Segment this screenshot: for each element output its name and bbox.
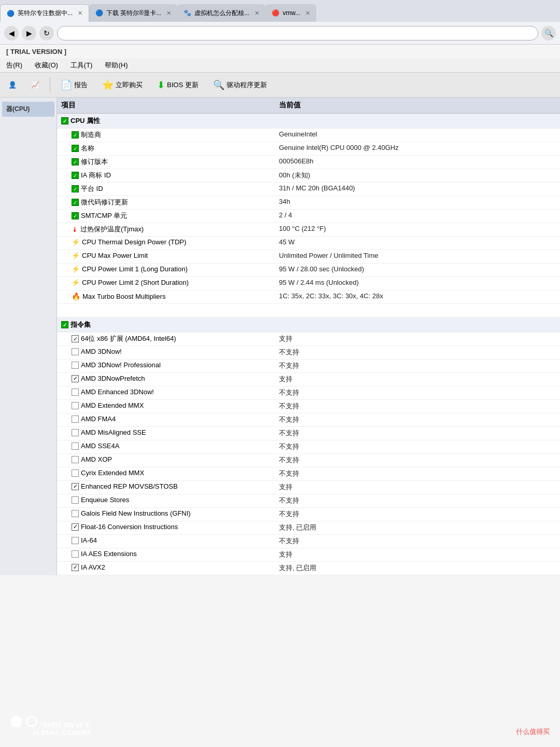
enqueue-val: 不支持 xyxy=(279,496,556,505)
max-power-label: CPU Max Power Limit xyxy=(82,252,148,259)
enqueue-label: Enqueue Stores xyxy=(81,496,129,504)
bios-button[interactable]: ⬇ BIOS 更新 xyxy=(153,77,203,93)
sidebar-item-cpu[interactable]: 器(CPU) xyxy=(2,102,54,117)
row-turbo: 🔥 Max Turbo Boost Multipliers 1C: 35x, 2… xyxy=(57,290,560,304)
row-enqueue: Enqueue Stores 不支持 xyxy=(57,494,560,508)
float16-val: 支持, 已启用 xyxy=(279,523,556,532)
power-limit2-label: CPU Power Limit 2 (Short Duration) xyxy=(82,279,189,286)
shot-watermark: SHOT ON MI 8 AI DUAL CAMERA xyxy=(10,716,91,737)
forward-button[interactable]: ▶ xyxy=(22,26,36,40)
buy-button[interactable]: ⭐ 立即购买 xyxy=(98,77,147,93)
max-power-prop: ⚡ CPU Max Power Limit xyxy=(61,252,279,259)
power-limit1-prop: ⚡ CPU Power Limit 1 (Long Duration) xyxy=(61,265,279,273)
power-limit1-val: 95 W / 28.00 sec (Unlocked) xyxy=(279,265,556,273)
microcode-val: 34h xyxy=(279,198,556,205)
search-button[interactable]: 🔍 xyxy=(541,26,556,40)
float16-prop: ✓ Float-16 Conversion Instructions xyxy=(61,523,279,531)
misaligned-sse-checkbox xyxy=(72,429,79,436)
menu-tools[interactable]: 工具(T) xyxy=(68,60,95,71)
cpu-section-checkbox: ✓ xyxy=(61,117,68,125)
ia64-val: 不支持 xyxy=(279,536,556,546)
gfni-prop: Galois Field New Instructions (GFNI) xyxy=(61,509,279,517)
smt-checkbox: ✓ xyxy=(72,212,79,219)
section-instruction-set: ✓ 指令集 xyxy=(57,317,560,333)
row-name: ✓ 名称 Genuine Intel(R) CPU 0000 @ 2.40GHz xyxy=(57,142,560,156)
tab-icon-2: 🔵 xyxy=(95,9,103,17)
menu-bar: 告(R) 收藏(O) 工具(T) 帮助(H) xyxy=(0,59,560,73)
turbo-val: 1C: 35x, 2C: 33x, 3C: 30x, 4C: 28x xyxy=(279,292,556,300)
xop-val: 不支持 xyxy=(279,455,556,465)
row-platform-id: ✓ 平台 ID 31h / MC 20h (BGA1440) xyxy=(57,183,560,196)
tab-2[interactable]: 🔵 下载 英特尔®显卡... ✕ xyxy=(89,4,177,22)
manufacturer-checkbox: ✓ xyxy=(72,131,79,139)
bios-label: BIOS 更新 xyxy=(167,80,199,90)
user-icon: 👤 xyxy=(8,81,17,89)
tab-label-4: vmw... xyxy=(283,9,300,17)
menu-favorites[interactable]: 收藏(O) xyxy=(33,60,60,71)
manufacturer-prop: ✓ 制造商 xyxy=(61,130,279,140)
cyrix-mmx-checkbox xyxy=(72,469,79,477)
menu-report[interactable]: 告(R) xyxy=(4,60,24,71)
chart-icon-button[interactable]: 📈 xyxy=(27,79,44,91)
menu-help[interactable]: 帮助(H) xyxy=(103,60,130,71)
tab-close-4[interactable]: ✕ xyxy=(305,10,310,17)
back-button[interactable]: ◀ xyxy=(4,26,19,40)
row-ia-brand: ✓ IA 商标 ID 00h (未知) xyxy=(57,169,560,183)
driver-button[interactable]: 🔍 驱动程序更新 xyxy=(209,77,271,93)
shot-circle-filled xyxy=(10,716,22,727)
sidebar: 器(CPU) xyxy=(0,98,57,575)
misaligned-sse-prop: AMD MisAligned SSE xyxy=(61,428,279,436)
trial-text: [ TRIAL VERSION ] xyxy=(6,48,66,56)
address-input[interactable] xyxy=(57,26,538,40)
row-3dnow-pro: AMD 3DNow! Professional 不支持 xyxy=(57,359,560,373)
enqueue-prop: Enqueue Stores xyxy=(61,496,279,504)
trial-banner: [ TRIAL VERSION ] xyxy=(0,45,560,59)
microcode-checkbox: ✓ xyxy=(72,199,79,206)
enhanced-3dnow-prop: AMD Enhanced 3DNow! xyxy=(61,388,279,396)
row-manufacturer: ✓ 制造商 GenuineIntel xyxy=(57,129,560,142)
report-label: 报告 xyxy=(74,80,88,90)
manufacturer-label: 制造商 xyxy=(81,130,101,140)
row-microcode: ✓ 微代码修订更新 34h xyxy=(57,196,560,210)
microcode-prop: ✓ 微代码修订更新 xyxy=(61,198,279,207)
tab-3[interactable]: 🐾 虚拟机怎么分配核... ✕ xyxy=(177,4,265,22)
fma4-prop: AMD FMA4 xyxy=(61,415,279,423)
instruction-set-checkbox: ✓ xyxy=(61,321,68,328)
tdp-val: 45 W xyxy=(279,238,556,246)
tab-4[interactable]: 🔴 vmw... ✕ xyxy=(265,4,316,22)
tab-close-1[interactable]: ✕ xyxy=(78,10,82,17)
col-property-header: 项目 xyxy=(61,101,279,110)
ext-mmx-checkbox xyxy=(72,402,79,409)
xop-label: AMD XOP xyxy=(81,455,112,463)
report-icon: 📄 xyxy=(61,79,72,91)
fma4-label: AMD FMA4 xyxy=(81,415,116,423)
tab-close-2[interactable]: ✕ xyxy=(166,10,171,17)
report-button[interactable]: 📄 报告 xyxy=(57,77,92,93)
row-gfni: Galois Field New Instructions (GFNI) 不支持 xyxy=(57,508,560,521)
row-fma4: AMD FMA4 不支持 xyxy=(57,413,560,427)
name-prop: ✓ 名称 xyxy=(61,144,279,153)
ia64-prop: IA-64 xyxy=(61,536,279,544)
lightning-icon-pl2: ⚡ xyxy=(72,279,80,286)
tab-label-2: 下载 英特尔®显卡... xyxy=(106,9,161,18)
ia-aes-checkbox xyxy=(72,550,79,558)
row-misaligned-sse: AMD MisAligned SSE 不支持 xyxy=(57,427,560,440)
user-icon-button[interactable]: 👤 xyxy=(4,79,21,91)
ia-brand-label: IA 商标 ID xyxy=(81,171,111,180)
brand-text: 什么值得买 xyxy=(516,728,550,736)
refresh-button[interactable]: ↻ xyxy=(39,26,54,40)
ext-mmx-label: AMD Extended MMX xyxy=(81,402,144,409)
section-cpu-properties: ✓ CPU 属性 xyxy=(57,114,560,129)
row-ia64: IA-64 不支持 xyxy=(57,535,560,548)
gfni-label: Galois Field New Instructions (GFNI) xyxy=(81,509,191,517)
enhanced-3dnow-label: AMD Enhanced 3DNow! xyxy=(81,388,154,396)
row-amd64: ✓ 64位 x86 扩展 (AMD64, Intel64) 支持 xyxy=(57,333,560,346)
power-limit2-prop: ⚡ CPU Power Limit 2 (Short Duration) xyxy=(61,279,279,286)
row-ext-mmx: AMD Extended MMX 不支持 xyxy=(57,400,560,413)
tab-close-3[interactable]: ✕ xyxy=(255,10,259,17)
rep-movsb-prop: ✓ Enhanced REP MOVSB/STOSB xyxy=(61,482,279,490)
amd64-label: 64位 x86 扩展 (AMD64, Intel64) xyxy=(81,334,176,343)
tdp-label: CPU Thermal Design Power (TDP) xyxy=(82,238,186,246)
turbo-label: Max Turbo Boost Multipliers xyxy=(82,293,165,300)
tab-1[interactable]: 🔵 英特尔专注数据中... ✕ xyxy=(0,4,89,22)
